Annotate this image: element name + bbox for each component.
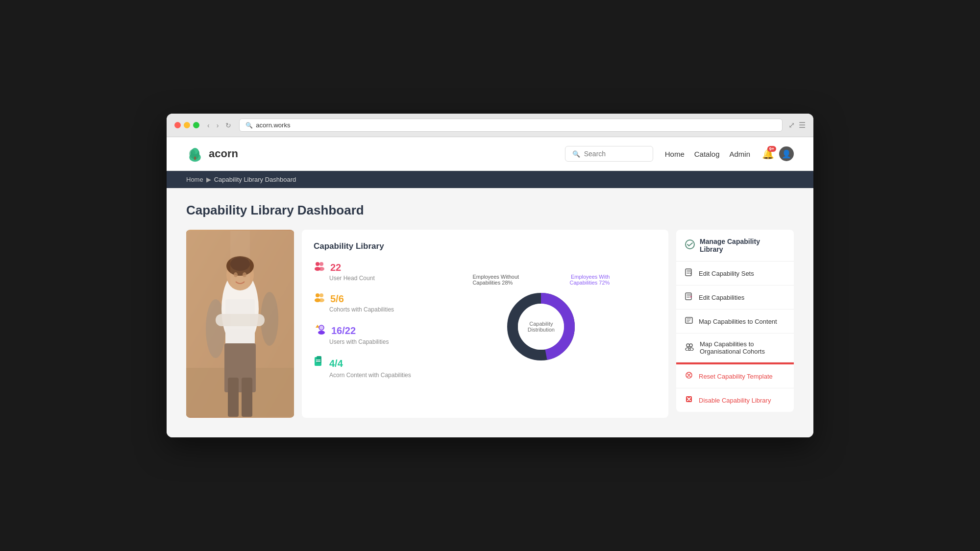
svg-point-47 (689, 344, 692, 347)
manage-item-edit-sets[interactable]: Edit Capability Sets (676, 262, 794, 286)
logo: acorn (186, 145, 238, 163)
edit-sets-icon (685, 268, 693, 278)
nav-links: Home Catalog Admin (665, 150, 750, 158)
browser-window: ‹ › ↻ 🔍 acorn.works ⤢ ☰ acorn 🔍 (167, 114, 813, 437)
content-label: Acorn Content with Capabilities (329, 372, 411, 379)
svg-point-23 (316, 262, 319, 266)
stat-users-caps: 16/22 Users with Capabilities (314, 324, 411, 345)
menu-icon[interactable]: ☰ (799, 120, 806, 130)
logo-text: acorn (209, 147, 238, 160)
stats-and-chart: 22 User Head Count 5/6 (314, 261, 657, 379)
manage-header-icon (685, 240, 695, 252)
manage-items: Edit Capability Sets Edit Capabilities M… (676, 262, 794, 362)
svg-rect-44 (686, 293, 691, 300)
nav-buttons: ‹ › ↻ (205, 120, 233, 130)
svg-point-49 (688, 348, 693, 351)
user-head-count-icon (314, 261, 325, 274)
reset-icon (685, 371, 693, 381)
svg-point-34 (318, 331, 325, 335)
svg-point-30 (318, 298, 324, 302)
search-icon: 🔍 (245, 122, 253, 129)
svg-point-24 (319, 262, 323, 266)
capability-panel: Capability Library 22 User Head Count (302, 230, 668, 418)
map-content-icon (685, 316, 693, 326)
page-title: Capability Library Dashboard (186, 203, 794, 218)
reset-label: Reset Capability Template (699, 373, 773, 380)
svg-rect-4 (194, 156, 196, 160)
avatar-icon: 👤 (782, 149, 791, 159)
stat-content: 4/4 Acorn Content with Capabilities (314, 356, 411, 379)
user-avatar[interactable]: 👤 (779, 146, 794, 161)
users-caps-label: Users with Capabilities (329, 338, 411, 345)
stat-user-head-count: 22 User Head Count (314, 261, 411, 282)
breadcrumb: Home ▶ Capability Library Dashboard (167, 171, 813, 188)
svg-rect-22 (230, 231, 250, 329)
breadcrumb-arrow: ▶ (206, 176, 211, 183)
svg-rect-20 (228, 378, 239, 417)
chart-container: Employees Without Capabilities 28% Emplo… (426, 274, 657, 366)
minimize-button[interactable] (184, 122, 190, 128)
panel-title: Capability Library (314, 241, 657, 251)
edit-sets-label: Edit Capability Sets (699, 270, 754, 277)
browser-actions: ⤢ ☰ (788, 120, 806, 130)
refresh-button[interactable]: ↻ (223, 120, 233, 130)
header-icons: 🔔 9+ 👤 (762, 146, 794, 161)
app-header: acorn 🔍 Home Catalog Admin 🔔 9+ 👤 (167, 137, 813, 171)
hero-image (186, 230, 294, 418)
manage-danger-items: Reset Capability Template Disable Capabi… (676, 364, 794, 412)
manage-item-reset[interactable]: Reset Capability Template (676, 364, 794, 388)
cohorts-value: 5/6 (330, 293, 344, 305)
expand-icon[interactable]: ⤢ (788, 120, 795, 130)
nav-catalog[interactable]: Catalog (694, 150, 720, 158)
stat-cohorts: 5/6 Cohorts with Capabilities (314, 292, 411, 313)
manage-item-map-cohorts[interactable]: Map Capabilities to Organisational Cohor… (676, 334, 794, 362)
manage-item-disable[interactable]: Disable Capability Library (676, 388, 794, 412)
users-caps-value: 16/22 (331, 325, 356, 336)
disable-label: Disable Capability Library (699, 397, 771, 404)
dashboard-grid: Capability Library 22 User Head Count (186, 230, 794, 418)
search-input[interactable] (584, 150, 646, 158)
main-content: Capability Library Dashboard (167, 188, 813, 437)
svg-rect-21 (242, 378, 252, 417)
browser-chrome: ‹ › ↻ 🔍 acorn.works ⤢ ☰ (167, 114, 813, 137)
manage-panel: Manage Capability Library Edit Capabilit… (676, 230, 794, 418)
svg-point-26 (318, 267, 324, 271)
url-text: acorn.works (256, 121, 290, 129)
cohorts-label: Cohorts with Capabilities (329, 306, 411, 313)
content-value: 4/4 (329, 358, 343, 369)
map-cohorts-label: Map Capabilities to Organisational Cohor… (700, 340, 785, 355)
users-caps-icon (314, 324, 326, 337)
stats-list: 22 User Head Count 5/6 (314, 261, 411, 379)
cohorts-icon (314, 292, 325, 305)
nav-home[interactable]: Home (665, 150, 685, 158)
address-bar[interactable]: 🔍 acorn.works (239, 119, 783, 132)
svg-point-46 (686, 344, 689, 347)
back-button[interactable]: ‹ (205, 120, 212, 130)
svg-point-28 (319, 293, 323, 297)
notification-bell[interactable]: 🔔 9+ (762, 148, 774, 160)
breadcrumb-home[interactable]: Home (186, 176, 203, 183)
user-head-count-value: 22 (330, 262, 341, 273)
forward-button[interactable]: › (215, 120, 221, 130)
notification-badge: 9+ (767, 146, 776, 152)
label-with: Employees With Capabilities 72% (544, 274, 610, 286)
search-icon: 🔍 (572, 150, 580, 158)
manage-title: Manage Capability Library (700, 238, 785, 253)
breadcrumb-current: Capability Library Dashboard (214, 176, 296, 183)
search-box[interactable]: 🔍 (565, 146, 653, 162)
edit-caps-label: Edit Capabilities (699, 294, 744, 301)
user-head-count-label: User Head Count (329, 275, 411, 282)
header-right: 🔍 Home Catalog Admin 🔔 9+ 👤 (565, 146, 794, 162)
map-cohorts-icon (685, 343, 694, 353)
maximize-button[interactable] (193, 122, 199, 128)
manage-header: Manage Capability Library (676, 230, 794, 262)
edit-caps-icon (685, 292, 693, 302)
hero-person-svg (186, 230, 294, 418)
manage-item-edit-caps[interactable]: Edit Capabilities (676, 286, 794, 310)
nav-admin[interactable]: Admin (729, 150, 750, 158)
manage-item-map-content[interactable]: Map Capabilities to Content (676, 310, 794, 334)
donut-center-text: Capability Distribution (528, 321, 555, 333)
label-without: Employees Without Capabilities 28% (472, 274, 544, 286)
disable-icon (685, 395, 693, 405)
close-button[interactable] (174, 122, 181, 128)
